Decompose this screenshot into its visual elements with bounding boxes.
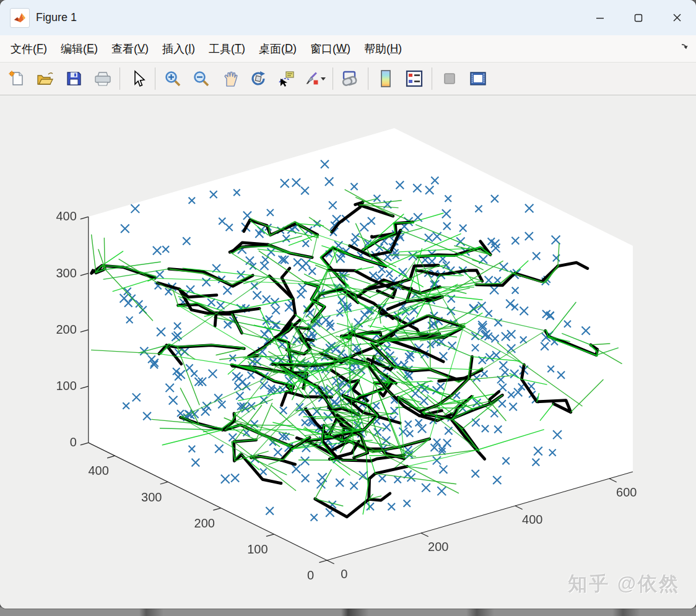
menu-tools-label: 工具( [209, 41, 235, 56]
matlab-logo-icon [10, 8, 30, 28]
toolbar-separator [333, 67, 333, 90]
brush-data-button[interactable] [301, 66, 329, 92]
legend-icon [405, 69, 424, 88]
watermark-text: 知乎 @依然 [568, 571, 680, 597]
desktop-background: Figure 1 文件(F) 编辑(E) 查看(V) 插入(I) 工具(T) 桌… [0, 0, 696, 616]
dock-figure-button[interactable] [464, 66, 492, 92]
new-figure-icon [8, 70, 25, 87]
link-plots-icon [341, 70, 360, 87]
close-button[interactable] [658, 0, 696, 35]
figure-toolbar [0, 63, 696, 95]
minimize-button[interactable] [581, 0, 619, 35]
menu-tools[interactable]: 工具(T) [202, 35, 252, 62]
pan-hand-icon [221, 70, 238, 87]
print-icon [93, 70, 111, 87]
arrow-cursor-icon [129, 70, 146, 87]
plot-tools-off-icon [442, 71, 458, 87]
brush-icon [305, 70, 320, 87]
edit-cursor-button[interactable] [123, 66, 152, 92]
save-icon [65, 70, 82, 87]
dock-arrow-icon[interactable] [680, 41, 690, 54]
open-file-button[interactable] [31, 66, 59, 92]
zoom-in-button[interactable] [159, 66, 187, 92]
menu-insert-label: 插入( [162, 41, 188, 56]
rotate-3d-button[interactable] [244, 66, 272, 92]
zoom-in-icon [164, 70, 181, 87]
data-cursor-icon [278, 70, 295, 87]
colorbar-icon [378, 69, 393, 88]
title-bar[interactable]: Figure 1 [0, 0, 696, 35]
menu-view[interactable]: 查看(V) [105, 35, 155, 62]
plot-tools-off-button [435, 66, 464, 92]
insert-colorbar-button[interactable] [372, 66, 400, 92]
toolbar-separator [120, 67, 120, 90]
rotate-3d-icon [250, 70, 267, 87]
open-file-icon [36, 70, 54, 87]
menu-desktop-label: 桌面( [259, 41, 285, 56]
menu-bar: 文件(F) 编辑(E) 查看(V) 插入(I) 工具(T) 桌面(D) 窗口(W… [0, 35, 696, 63]
menu-view-label: 查看( [111, 41, 137, 56]
menu-window-label: 窗口( [310, 41, 336, 56]
menu-file-label: 文件( [11, 41, 37, 56]
matlab-figure-window: Figure 1 文件(F) 编辑(E) 查看(V) 插入(I) 工具(T) 桌… [0, 0, 696, 609]
menu-edit[interactable]: 编辑(E) [54, 35, 105, 62]
window-title: Figure 1 [36, 11, 77, 24]
menu-help-label: 帮助( [364, 41, 390, 56]
maximize-icon [634, 14, 643, 22]
menu-edit-label: 编辑( [61, 41, 87, 56]
zoom-out-icon [193, 70, 210, 87]
maximize-button[interactable] [619, 0, 658, 35]
insert-legend-button[interactable] [400, 66, 428, 92]
brush-dropdown-caret[interactable] [321, 77, 326, 80]
pan-hand-button[interactable] [215, 66, 244, 92]
figure-canvas-area: 知乎 @依然 [0, 95, 696, 609]
print-figure-button[interactable] [88, 66, 116, 92]
link-plots-button[interactable] [336, 66, 365, 92]
minimize-icon [596, 14, 604, 22]
menu-desktop[interactable]: 桌面(D) [252, 35, 303, 62]
toolbar-separator [432, 67, 432, 90]
zoom-out-button[interactable] [187, 66, 215, 92]
toolbar-separator [155, 67, 155, 90]
plot-canvas-3d[interactable] [0, 95, 696, 609]
menu-file[interactable]: 文件(F) [4, 35, 54, 62]
menu-window[interactable]: 窗口(W) [303, 35, 357, 62]
dock-figure-icon [469, 70, 487, 87]
close-icon [672, 13, 682, 22]
new-figure-button[interactable] [2, 66, 31, 92]
data-cursor-button[interactable] [272, 66, 301, 92]
taskbar-sliver [0, 607, 696, 616]
menu-insert[interactable]: 插入(I) [155, 35, 202, 62]
menu-help[interactable]: 帮助(H) [357, 35, 409, 62]
toolbar-separator [368, 67, 368, 90]
save-figure-button[interactable] [59, 66, 88, 92]
